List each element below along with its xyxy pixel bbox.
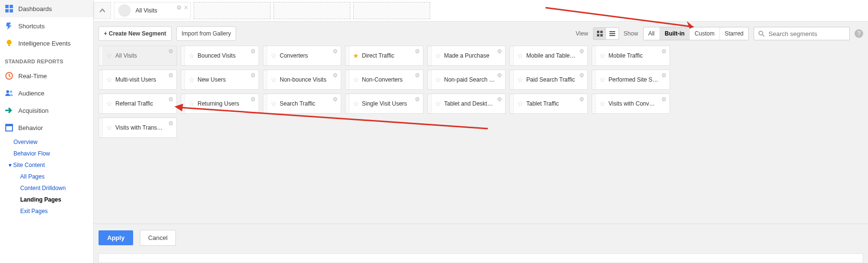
star-icon[interactable]: ☆ bbox=[185, 52, 198, 60]
search-segments-wrap[interactable] bbox=[754, 27, 850, 40]
segment-card[interactable]: ☆Referral Traffic⚙ bbox=[99, 94, 177, 114]
gear-icon[interactable]: ⚙ bbox=[250, 48, 256, 55]
star-icon[interactable]: ☆ bbox=[432, 52, 444, 60]
segment-card[interactable]: ☆Tablet Traffic⚙ bbox=[509, 94, 588, 114]
segment-card[interactable]: ☆All Visits⚙ bbox=[99, 46, 177, 66]
star-icon[interactable]: ☆ bbox=[103, 124, 115, 132]
segment-slot-empty[interactable] bbox=[273, 2, 350, 19]
segment-slot-empty[interactable] bbox=[194, 2, 271, 19]
star-icon[interactable]: ☆ bbox=[514, 76, 526, 84]
collapse-segments-button[interactable] bbox=[94, 2, 111, 19]
gear-icon[interactable]: ⚙ bbox=[415, 48, 420, 55]
segment-card[interactable]: ☆Non-paid Search …⚙ bbox=[427, 70, 506, 90]
star-icon[interactable]: ☆ bbox=[185, 100, 198, 108]
sidebar-sub-landing-pages[interactable]: Landing Pages bbox=[0, 194, 93, 205]
gear-icon[interactable]: ⚙ bbox=[250, 72, 256, 79]
star-icon[interactable]: ☆ bbox=[267, 100, 280, 108]
gear-icon[interactable]: ⚙ bbox=[579, 72, 584, 79]
star-icon[interactable]: ☆ bbox=[103, 52, 115, 60]
sidebar-sub-overview[interactable]: Overview bbox=[0, 136, 93, 148]
gear-icon[interactable]: ⚙ bbox=[497, 96, 502, 103]
sidebar-sub-all-pages[interactable]: All Pages bbox=[0, 171, 93, 182]
gear-icon[interactable]: ⚙ bbox=[333, 48, 338, 55]
star-icon[interactable]: ☆ bbox=[432, 76, 444, 84]
drag-handle-icon[interactable] bbox=[263, 94, 267, 113]
star-icon[interactable]: ☆ bbox=[267, 76, 280, 84]
drag-handle-icon[interactable] bbox=[263, 70, 267, 89]
drag-handle-icon[interactable] bbox=[346, 70, 349, 89]
drag-handle-icon[interactable] bbox=[428, 70, 432, 89]
view-list-button[interactable] bbox=[606, 28, 619, 39]
drag-handle-icon[interactable] bbox=[346, 94, 349, 113]
segment-card[interactable]: ☆Mobile and Table…⚙ bbox=[509, 46, 588, 66]
sidebar-sub-site-content[interactable]: ▾ Site Content bbox=[0, 159, 93, 171]
segment-card[interactable]: ☆Search Traffic⚙ bbox=[263, 94, 341, 114]
segment-card[interactable]: ☆Made a Purchase⚙ bbox=[427, 46, 506, 66]
drag-handle-icon[interactable] bbox=[592, 46, 596, 65]
drag-handle-icon[interactable] bbox=[99, 46, 103, 65]
filter-starred[interactable]: Starred bbox=[720, 27, 748, 40]
drag-handle-icon[interactable] bbox=[181, 70, 185, 89]
segment-card[interactable]: ☆Mobile Traffic⚙ bbox=[592, 46, 670, 66]
search-segments-input[interactable] bbox=[768, 30, 840, 38]
drag-handle-icon[interactable] bbox=[99, 70, 103, 89]
segment-card[interactable]: ☆Returning Users⚙ bbox=[181, 94, 259, 114]
gear-icon[interactable]: ⚙ bbox=[333, 72, 338, 79]
sidebar-item-intelligence[interactable]: Intelligence Events bbox=[0, 35, 93, 52]
star-icon[interactable]: ☆ bbox=[596, 52, 608, 60]
sidebar-sub-behavior-flow[interactable]: Behavior Flow bbox=[0, 148, 93, 159]
star-icon[interactable]: ☆ bbox=[596, 100, 608, 108]
sidebar-sub-exit-pages[interactable]: Exit Pages bbox=[0, 205, 93, 217]
segment-card[interactable]: ★Direct Traffic⚙ bbox=[345, 46, 423, 66]
gear-icon[interactable]: ⚙ bbox=[333, 96, 338, 103]
drag-handle-icon[interactable] bbox=[263, 46, 267, 65]
sidebar-item-realtime[interactable]: Real-Time bbox=[0, 67, 93, 84]
gear-icon[interactable]: ⚙ bbox=[176, 4, 182, 11]
segment-card[interactable]: ☆Multi-visit Users⚙ bbox=[99, 70, 177, 90]
segment-card[interactable]: ☆Visits with Conv…⚙ bbox=[592, 94, 670, 114]
gear-icon[interactable]: ⚙ bbox=[661, 96, 667, 103]
segment-slot-empty[interactable] bbox=[353, 2, 430, 19]
drag-handle-icon[interactable] bbox=[99, 118, 103, 137]
gear-icon[interactable]: ⚙ bbox=[497, 72, 502, 79]
gear-icon[interactable]: ⚙ bbox=[415, 96, 420, 103]
create-segment-button[interactable]: + Create New Segment bbox=[99, 26, 172, 41]
segment-card[interactable]: ☆Tablet and Deskt…⚙ bbox=[427, 94, 506, 114]
segment-card[interactable]: ☆Visits with Trans…⚙ bbox=[99, 118, 177, 138]
gear-icon[interactable]: ⚙ bbox=[579, 48, 584, 55]
import-gallery-button[interactable]: Import from Gallery bbox=[176, 26, 236, 41]
segment-card[interactable]: ☆Non-bounce Visits⚙ bbox=[263, 70, 341, 90]
segment-card[interactable]: ☆Performed Site S…⚙ bbox=[592, 70, 670, 90]
gear-icon[interactable]: ⚙ bbox=[250, 96, 256, 103]
sidebar-item-behavior[interactable]: Behavior bbox=[0, 119, 93, 136]
star-icon[interactable]: ☆ bbox=[349, 100, 362, 108]
drag-handle-icon[interactable] bbox=[346, 46, 349, 65]
gear-icon[interactable]: ⚙ bbox=[415, 72, 420, 79]
close-icon[interactable]: ✕ bbox=[184, 4, 188, 11]
gear-icon[interactable]: ⚙ bbox=[168, 72, 174, 79]
gear-icon[interactable]: ⚙ bbox=[661, 72, 667, 79]
sidebar-item-audience[interactable]: Audience bbox=[0, 84, 93, 102]
gear-icon[interactable]: ⚙ bbox=[497, 48, 502, 55]
segment-card[interactable]: ☆Non-Converters⚙ bbox=[345, 70, 423, 90]
drag-handle-icon[interactable] bbox=[428, 94, 432, 113]
drag-handle-icon[interactable] bbox=[510, 70, 514, 89]
drag-handle-icon[interactable] bbox=[181, 94, 185, 113]
gear-icon[interactable]: ⚙ bbox=[168, 48, 174, 55]
star-icon[interactable]: ★ bbox=[349, 52, 362, 60]
segment-card[interactable]: ☆Converters⚙ bbox=[263, 46, 341, 66]
drag-handle-icon[interactable] bbox=[592, 70, 596, 89]
star-icon[interactable]: ☆ bbox=[596, 76, 608, 84]
segment-card[interactable]: ☆Single Visit Users⚙ bbox=[345, 94, 423, 114]
segment-card[interactable]: ☆Bounced Visits⚙ bbox=[181, 46, 259, 66]
view-grid-button[interactable] bbox=[594, 28, 606, 39]
cancel-button[interactable]: Cancel bbox=[140, 230, 175, 246]
star-icon[interactable]: ☆ bbox=[432, 100, 444, 108]
drag-handle-icon[interactable] bbox=[428, 46, 432, 65]
help-button[interactable]: ? bbox=[855, 29, 863, 38]
active-segment-chip[interactable]: All Visits ⚙ ✕ bbox=[114, 2, 191, 19]
gear-icon[interactable]: ⚙ bbox=[168, 120, 174, 127]
apply-button[interactable]: Apply bbox=[99, 230, 133, 245]
star-icon[interactable]: ☆ bbox=[103, 76, 115, 84]
sidebar-item-acquisition[interactable]: Acquisition bbox=[0, 102, 93, 119]
